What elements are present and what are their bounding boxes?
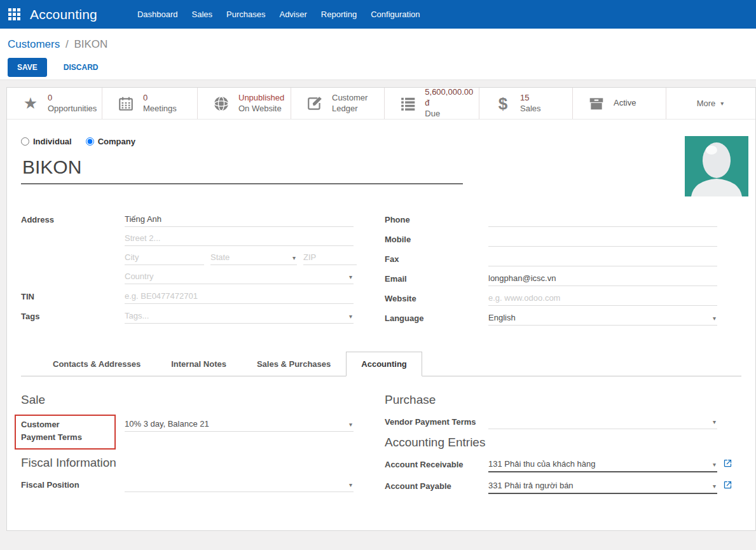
tags-dropdown-icon[interactable]: ▾ — [348, 313, 354, 320]
fax-label: Fax — [385, 252, 488, 264]
phone-label: Phone — [385, 212, 488, 224]
menu-purchases[interactable]: Purchases — [219, 1, 272, 28]
language-dropdown-icon[interactable]: ▾ — [711, 315, 717, 322]
email-label: Email — [385, 272, 488, 284]
individual-radio[interactable] — [21, 137, 29, 146]
tab-internal-notes[interactable]: Internal Notes — [156, 352, 242, 376]
website-input[interactable] — [488, 291, 717, 305]
form-sheet: ★ 0 Opportunities 0 Meetings — [6, 87, 756, 531]
city-input[interactable] — [125, 251, 204, 265]
customer-payment-terms-label: Customer Payment Terms — [21, 418, 93, 444]
tab-sales-purchases[interactable]: Sales & Purchases — [242, 352, 346, 376]
tab-accounting[interactable]: Accounting — [346, 352, 422, 376]
stat-button-customer-ledger[interactable]: Customer Ledger — [291, 88, 385, 119]
calendar-icon — [116, 95, 135, 112]
star-icon: ★ — [21, 95, 40, 111]
app-name[interactable]: Accounting — [30, 7, 97, 22]
email-input[interactable] — [488, 272, 717, 285]
company-radio[interactable] — [86, 137, 94, 146]
tab-contacts-addresses[interactable]: Contacts & Addresses — [38, 352, 156, 376]
stat-button-active[interactable]: Active — [573, 88, 666, 119]
fiscal-position-label: Fiscal Position — [21, 478, 125, 490]
tags-label: Tags — [21, 309, 125, 321]
country-dropdown-icon[interactable]: ▾ — [348, 273, 354, 280]
stat-button-sales[interactable]: $ 15 Sales — [479, 88, 573, 119]
vendor-payment-terms-dropdown-icon[interactable]: ▾ — [711, 418, 717, 425]
street2-input[interactable] — [125, 231, 354, 245]
phone-input[interactable] — [488, 212, 717, 226]
sale-section-heading: Sale — [21, 393, 385, 407]
fiscal-information-heading: Fiscal Information — [21, 456, 385, 470]
account-payable-external-link-icon[interactable] — [723, 480, 732, 492]
save-button[interactable]: SAVE — [8, 58, 47, 77]
accounting-entries-heading: Accounting Entries — [385, 436, 741, 450]
mobile-input[interactable] — [488, 232, 717, 246]
street-input[interactable] — [125, 212, 354, 226]
sales-count: 15 — [520, 93, 541, 104]
account-payable-dropdown-icon[interactable]: ▾ — [711, 483, 717, 490]
company-type-selector: Individual Company — [21, 137, 741, 146]
discard-button[interactable]: DISCARD — [60, 62, 102, 72]
menu-dashboard[interactable]: Dashboard — [130, 1, 185, 28]
apps-menu-icon[interactable] — [8, 8, 20, 20]
stat-button-opportunities[interactable]: ★ 0 Opportunities — [7, 88, 102, 119]
fax-input[interactable] — [488, 252, 717, 266]
stat-button-website[interactable]: Unpublished On Website — [198, 88, 291, 119]
due-amount: 5,600,000.00 đ — [425, 87, 479, 109]
vendor-payment-terms-input[interactable] — [488, 415, 711, 429]
mobile-label: Mobile — [385, 232, 488, 244]
archive-icon — [587, 95, 606, 112]
menu-sales[interactable]: Sales — [185, 1, 220, 28]
customer-payment-terms-highlight: Customer Payment Terms — [15, 415, 116, 450]
tags-input[interactable] — [125, 309, 348, 323]
avatar[interactable] — [685, 136, 748, 196]
control-panel: Customers / BIKON SAVE DISCARD — [0, 29, 756, 79]
radio-individual[interactable]: Individual — [21, 137, 72, 146]
account-receivable-label: Account Receivable — [385, 457, 488, 469]
breadcrumb-separator: / — [63, 38, 71, 50]
account-payable-label: Account Payable — [385, 479, 488, 491]
purchase-section-heading: Purchase — [385, 393, 741, 407]
radio-company[interactable]: Company — [86, 137, 135, 146]
account-payable-input[interactable] — [488, 479, 711, 493]
breadcrumb-current: BIKON — [74, 38, 107, 50]
top-nav-bar: Accounting Dashboard Sales Purchases Adv… — [0, 0, 756, 29]
menu-reporting[interactable]: Reporting — [314, 1, 364, 28]
language-label: Language — [385, 311, 488, 323]
website-label: Website — [385, 291, 488, 303]
menu-configuration[interactable]: Configuration — [364, 1, 427, 28]
account-receivable-external-link-icon[interactable] — [723, 458, 732, 471]
tin-input[interactable] — [125, 289, 354, 303]
edit-icon — [305, 95, 324, 112]
tin-label: TIN — [21, 289, 125, 301]
state-dropdown-icon[interactable]: ▾ — [291, 254, 297, 261]
globe-icon — [212, 95, 231, 112]
menu-adviser[interactable]: Adviser — [272, 1, 313, 28]
state-input[interactable] — [210, 251, 291, 265]
breadcrumb-customers-link[interactable]: Customers — [8, 38, 60, 50]
stat-button-row: ★ 0 Opportunities 0 Meetings — [7, 88, 755, 120]
customer-payment-terms-input[interactable] — [125, 417, 348, 431]
address-label: Address — [21, 212, 125, 224]
dollar-icon: $ — [493, 95, 512, 112]
more-button[interactable]: More ▾ — [666, 88, 755, 119]
account-receivable-input[interactable] — [488, 457, 711, 471]
vendor-payment-terms-label: Vendor Payment Terms — [385, 415, 488, 427]
zip-input[interactable] — [303, 251, 357, 265]
main-menu: Dashboard Sales Purchases Adviser Report… — [130, 1, 427, 28]
customer-payment-terms-dropdown-icon[interactable]: ▾ — [348, 421, 354, 428]
partner-name-input[interactable] — [21, 156, 463, 184]
breadcrumb: Customers / BIKON — [8, 38, 756, 51]
meetings-count: 0 — [143, 93, 177, 104]
country-input[interactable] — [125, 270, 348, 284]
stat-button-meetings[interactable]: 0 Meetings — [102, 88, 198, 119]
fiscal-position-input[interactable] — [125, 478, 348, 492]
account-receivable-dropdown-icon[interactable]: ▾ — [711, 461, 717, 468]
list-icon — [399, 95, 417, 112]
active-status: Active — [614, 98, 636, 109]
fiscal-position-dropdown-icon[interactable]: ▾ — [348, 481, 354, 488]
language-input[interactable] — [488, 311, 711, 325]
website-status: Unpublished — [238, 93, 284, 104]
chevron-down-icon: ▾ — [719, 100, 725, 107]
stat-button-due[interactable]: 5,600,000.00 đ Due — [385, 88, 479, 119]
